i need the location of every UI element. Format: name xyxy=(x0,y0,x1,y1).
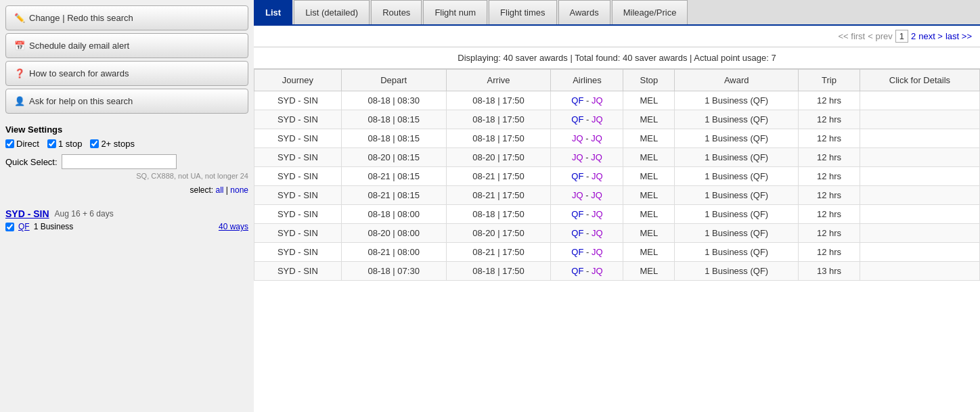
table-row[interactable]: SYD - SIN 08-18 | 07:30 08-18 | 17:50 QF… xyxy=(254,262,980,281)
cell-trip: 13 hrs xyxy=(799,262,860,281)
table-row[interactable]: SYD - SIN 08-20 | 08:15 08-20 | 17:50 JQ… xyxy=(254,148,980,167)
col-trip: Trip xyxy=(799,70,860,91)
airline-link-1[interactable]: QF xyxy=(571,114,583,124)
col-stop: Stop xyxy=(623,70,675,91)
cell-depart: 08-18 | 08:15 xyxy=(341,110,446,129)
quick-select-input[interactable] xyxy=(62,154,177,169)
cell-airlines[interactable]: JQ - JQ xyxy=(551,148,623,167)
tab-list[interactable]: List xyxy=(254,0,292,24)
airline-link-2[interactable]: JQ xyxy=(592,95,603,106)
cell-award: 1 Business (QF) xyxy=(675,262,799,281)
airline-link-2[interactable]: JQ xyxy=(592,209,603,219)
cell-stop: MEL xyxy=(623,186,675,205)
change-redo-button[interactable]: ✏️ Change | Redo this search xyxy=(5,5,248,30)
cell-depart: 08-20 | 08:15 xyxy=(341,148,446,167)
cell-airlines[interactable]: QF - JQ xyxy=(551,91,623,110)
airline-link-2[interactable]: JQ xyxy=(592,171,603,181)
help-icon: ❓ xyxy=(14,68,25,78)
cell-airlines[interactable]: QF - JQ xyxy=(551,205,623,224)
cell-journey: SYD - SIN xyxy=(254,167,342,186)
ask-help-button[interactable]: 👤 Ask for help on this search xyxy=(5,89,248,114)
one-stop-checkbox[interactable] xyxy=(47,139,56,148)
route-checkbox[interactable] xyxy=(5,223,14,231)
table-row[interactable]: SYD - SIN 08-20 | 08:00 08-20 | 17:50 QF… xyxy=(254,224,980,243)
tab-flight-times[interactable]: Flight times xyxy=(489,0,556,24)
two-plus-stops-checkbox[interactable] xyxy=(90,139,99,148)
airline-link-1[interactable]: QF xyxy=(571,209,583,219)
cell-details xyxy=(860,262,979,281)
select-prefix: select: xyxy=(190,185,213,195)
airline-link-2[interactable]: JQ xyxy=(591,190,602,200)
cell-airlines[interactable]: JQ - JQ xyxy=(551,186,623,205)
airline-link-1[interactable]: QF xyxy=(571,266,583,276)
airline-link-2[interactable]: JQ xyxy=(591,133,602,143)
cell-depart: 08-18 | 08:00 xyxy=(341,205,446,224)
table-row[interactable]: SYD - SIN 08-21 | 08:15 08-21 | 17:50 QF… xyxy=(254,167,980,186)
cell-airlines[interactable]: QF - JQ xyxy=(551,243,623,262)
next-nav-link[interactable]: next > xyxy=(918,31,943,41)
airline-link-1[interactable]: JQ xyxy=(572,190,583,200)
cell-airlines[interactable]: QF - JQ xyxy=(551,167,623,186)
schedule-email-button[interactable]: 📅 Schedule daily email alert xyxy=(5,33,248,58)
cell-stop: MEL xyxy=(623,148,675,167)
cell-airlines[interactable]: QF - JQ xyxy=(551,110,623,129)
airline-link-2[interactable]: JQ xyxy=(592,228,603,238)
table-row[interactable]: SYD - SIN 08-21 | 08:15 08-21 | 17:50 JQ… xyxy=(254,186,980,205)
select-all-link[interactable]: all xyxy=(215,185,223,195)
one-stop-checkbox-label[interactable]: 1 stop xyxy=(47,139,82,149)
cell-details xyxy=(860,186,979,205)
cell-journey: SYD - SIN xyxy=(254,91,342,110)
tab-mileage-price[interactable]: Mileage/Price xyxy=(612,0,688,24)
airline-link-2[interactable]: JQ xyxy=(591,152,602,162)
cell-details xyxy=(860,205,979,224)
how-to-search-button[interactable]: ❓ How to search for awards xyxy=(5,61,248,86)
cell-journey: SYD - SIN xyxy=(254,186,342,205)
cell-details xyxy=(860,243,979,262)
airline-link-2[interactable]: JQ xyxy=(592,266,603,276)
results-table: Journey Depart Arrive Airlines Stop Awar… xyxy=(254,69,980,281)
cell-depart: 08-20 | 08:00 xyxy=(341,224,446,243)
table-row[interactable]: SYD - SIN 08-18 | 08:00 08-18 | 17:50 QF… xyxy=(254,205,980,224)
tab-flight-num[interactable]: Flight num xyxy=(423,0,487,24)
select-none-link[interactable]: none xyxy=(230,185,248,195)
tab-list-detailed[interactable]: List (detailed) xyxy=(294,0,370,24)
direct-checkbox[interactable] xyxy=(5,139,14,148)
airline-link-1[interactable]: QF xyxy=(571,247,583,257)
last-nav-link[interactable]: last >> xyxy=(945,31,972,41)
cell-airlines[interactable]: QF - JQ xyxy=(551,224,623,243)
two-plus-stops-checkbox-label[interactable]: 2+ stops xyxy=(90,139,135,149)
table-row[interactable]: SYD - SIN 08-18 | 08:15 08-18 | 17:50 QF… xyxy=(254,110,980,129)
airline-link-1[interactable]: JQ xyxy=(572,152,583,162)
airline-link-1[interactable]: QF xyxy=(571,171,583,181)
cell-depart: 08-18 | 07:30 xyxy=(341,262,446,281)
cell-award: 1 Business (QF) xyxy=(675,110,799,129)
tab-routes[interactable]: Routes xyxy=(371,0,422,24)
change-redo-label: Change | Redo this search xyxy=(29,13,133,23)
airline-link-1[interactable]: QF xyxy=(571,95,583,106)
table-row[interactable]: SYD - SIN 08-18 | 08:30 08-18 | 17:50 QF… xyxy=(254,91,980,110)
cell-airlines[interactable]: QF - JQ xyxy=(551,262,623,281)
direct-checkbox-label[interactable]: Direct xyxy=(5,139,39,149)
route-ways-link[interactable]: 40 ways xyxy=(219,222,248,231)
cell-journey: SYD - SIN xyxy=(254,243,342,262)
route-airline-link[interactable]: QF xyxy=(18,222,30,231)
airline-link-2[interactable]: JQ xyxy=(592,114,603,124)
cell-details xyxy=(860,110,979,129)
route-title-link[interactable]: SYD - SIN xyxy=(5,208,49,219)
cell-airlines[interactable]: JQ - JQ xyxy=(551,129,623,148)
airline-link-1[interactable]: JQ xyxy=(572,133,583,143)
select-links-row: select: all | none xyxy=(5,185,248,195)
airline-link-2[interactable]: JQ xyxy=(592,247,603,257)
cell-award: 1 Business (QF) xyxy=(675,205,799,224)
cell-stop: MEL xyxy=(623,110,675,129)
route-item: QF 1 Business 40 ways xyxy=(5,222,248,231)
results-table-container: Journey Depart Arrive Airlines Stop Awar… xyxy=(254,69,980,412)
cell-trip: 12 hrs xyxy=(799,91,860,110)
cell-depart: 08-18 | 08:15 xyxy=(341,129,446,148)
next-page-link[interactable]: 2 xyxy=(911,31,916,41)
col-airlines: Airlines xyxy=(551,70,623,91)
airline-link-1[interactable]: QF xyxy=(571,228,583,238)
table-row[interactable]: SYD - SIN 08-21 | 08:00 08-21 | 17:50 QF… xyxy=(254,243,980,262)
tab-awards[interactable]: Awards xyxy=(558,0,610,24)
table-row[interactable]: SYD - SIN 08-18 | 08:15 08-18 | 17:50 JQ… xyxy=(254,129,980,148)
